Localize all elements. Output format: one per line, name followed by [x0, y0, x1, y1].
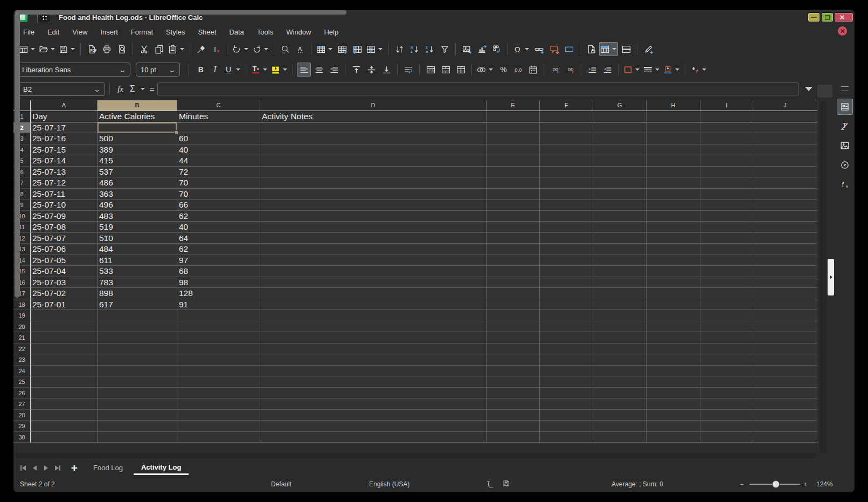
cell-j20[interactable]	[753, 321, 817, 333]
cell-j3[interactable]	[753, 133, 817, 145]
cell-g18[interactable]	[593, 299, 647, 311]
insert-columns-before-button[interactable]	[350, 42, 364, 56]
cell-d7[interactable]	[260, 177, 487, 189]
sort-ascending-button[interactable]: az	[407, 42, 421, 56]
zoom-level[interactable]: 124%	[816, 480, 842, 488]
sidebar-toggle-button[interactable]	[828, 259, 834, 295]
cell-i8[interactable]	[700, 189, 753, 200]
cell-i28[interactable]	[700, 410, 753, 421]
cell-f8[interactable]	[540, 189, 593, 200]
cell-a29[interactable]	[31, 421, 98, 432]
cell-e26[interactable]	[487, 388, 540, 399]
cell-e27[interactable]	[487, 398, 540, 410]
cell-j22[interactable]	[753, 343, 817, 355]
cell-b1[interactable]: Active Calories	[98, 111, 177, 122]
cell-i23[interactable]	[700, 354, 753, 366]
cell-g7[interactable]	[593, 177, 647, 189]
cell-d12[interactable]	[260, 233, 487, 244]
protect-sheet-button[interactable]	[584, 42, 598, 56]
cell-e13[interactable]	[487, 244, 540, 255]
cell-i11[interactable]	[700, 222, 753, 233]
font-size-combo[interactable]: 10 pt⌄	[136, 63, 180, 77]
wrap-text-button[interactable]	[401, 63, 415, 77]
cell-h4[interactable]	[647, 145, 700, 156]
sidebar-navigator-button[interactable]	[837, 157, 853, 173]
cell-f15[interactable]	[540, 266, 593, 277]
menu-data[interactable]: Data	[224, 26, 249, 38]
cell-a16[interactable]: 25-07-03	[31, 277, 98, 288]
cell-e14[interactable]	[487, 255, 540, 266]
cell-h30[interactable]	[647, 432, 700, 443]
cell-i26[interactable]	[700, 388, 753, 399]
cell-e7[interactable]	[487, 177, 540, 189]
cell-h17[interactable]	[647, 288, 700, 299]
row-header-28[interactable]: 28	[13, 410, 31, 421]
last-sheet-icon[interactable]	[53, 463, 62, 473]
add-decimal-place-button[interactable]: .00+	[548, 63, 562, 77]
print-preview-button[interactable]	[115, 42, 129, 56]
italic-button[interactable]: I	[208, 63, 222, 77]
cell-c10[interactable]: 62	[177, 211, 260, 222]
row-header-30[interactable]: 30	[13, 432, 31, 443]
draw-functions-button[interactable]	[641, 42, 655, 56]
zoom-in-button[interactable]: +	[803, 480, 807, 488]
insert-pivot-table-button[interactable]	[490, 42, 504, 56]
cell-j12[interactable]	[753, 233, 817, 244]
cell-b10[interactable]: 483	[98, 211, 177, 222]
cell-h3[interactable]	[647, 133, 700, 145]
cell-f18[interactable]	[540, 299, 593, 311]
cell-a9[interactable]: 25-07-10	[31, 200, 98, 211]
add-sheet-button[interactable]: +	[68, 462, 80, 474]
cell-i15[interactable]	[700, 266, 753, 277]
cell-f16[interactable]	[540, 277, 593, 288]
cell-b19[interactable]	[98, 310, 177, 321]
cell-d16[interactable]	[260, 277, 487, 288]
cell-e9[interactable]	[487, 200, 540, 211]
row-header-20[interactable]: 20	[13, 321, 31, 333]
cell-a30[interactable]	[31, 432, 98, 443]
cell-j13[interactable]	[753, 244, 817, 255]
cell-e4[interactable]	[487, 145, 540, 156]
redo-dropdown[interactable]	[264, 48, 268, 50]
align-bottom-button[interactable]	[379, 63, 393, 77]
menu-window[interactable]: Window	[281, 26, 316, 38]
cell-a23[interactable]	[31, 354, 98, 366]
cell-g2[interactable]	[593, 122, 647, 134]
cell-h28[interactable]	[647, 410, 700, 421]
undo-dropdown[interactable]	[244, 48, 248, 50]
cell-c1[interactable]: Minutes	[177, 111, 260, 122]
cell-a13[interactable]: 25-07-06	[31, 244, 98, 255]
insert-comment-button[interactable]	[547, 42, 561, 56]
cell-j23[interactable]	[753, 354, 817, 366]
cell-i1[interactable]	[700, 111, 753, 122]
paste-button[interactable]	[167, 42, 186, 56]
unmerge-cells-button[interactable]	[454, 63, 468, 77]
cell-c27[interactable]	[177, 398, 260, 410]
autofilter-button[interactable]	[438, 42, 452, 56]
cell-i10[interactable]	[700, 211, 753, 222]
cell-b5[interactable]: 415	[98, 155, 177, 167]
column-header-f[interactable]: F	[540, 100, 593, 111]
cell-b14[interactable]: 611	[98, 255, 177, 266]
cell-j28[interactable]	[753, 410, 817, 421]
cell-e12[interactable]	[487, 233, 540, 244]
cell-e2[interactable]	[487, 122, 540, 134]
borders-button[interactable]	[622, 63, 641, 77]
cell-c8[interactable]: 70	[177, 189, 260, 200]
cell-b27[interactable]	[98, 398, 177, 410]
cell-d3[interactable]	[260, 133, 487, 145]
cell-i13[interactable]	[700, 244, 753, 255]
cell-c6[interactable]: 72	[177, 167, 260, 178]
cell-a6[interactable]: 25-07-13	[31, 167, 98, 178]
cell-i5[interactable]	[700, 155, 753, 167]
cell-g28[interactable]	[593, 410, 647, 421]
cell-g6[interactable]	[593, 167, 647, 178]
cell-i30[interactable]	[700, 432, 753, 443]
cell-c30[interactable]	[177, 432, 260, 443]
input-line[interactable]	[157, 82, 798, 95]
cell-f10[interactable]	[540, 211, 593, 222]
redo-button[interactable]	[251, 42, 270, 56]
cell-g3[interactable]	[593, 133, 647, 145]
menu-view[interactable]: View	[67, 26, 93, 38]
maximize-button[interactable]	[821, 12, 834, 22]
